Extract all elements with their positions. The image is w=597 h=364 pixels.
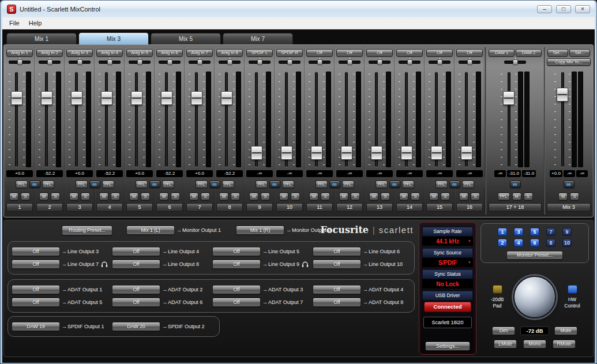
solo-button[interactable]: S	[321, 193, 330, 200]
pfl-button[interactable]: PFL	[435, 181, 448, 188]
route-source-button[interactable]: Off	[112, 247, 160, 256]
pan-control[interactable]	[219, 58, 241, 69]
pan-handle[interactable]	[17, 59, 22, 65]
solo-button[interactable]: S	[471, 193, 480, 200]
mute-button[interactable]: M	[189, 193, 198, 200]
lmute-button[interactable]: LMute	[494, 340, 517, 348]
pan-handle[interactable]	[227, 59, 232, 65]
fader-handle[interactable]	[431, 146, 442, 160]
pfl-button[interactable]: PFL	[376, 181, 388, 188]
mute-button[interactable]: M	[429, 193, 438, 200]
monitor-output-button[interactable]: 9	[562, 228, 572, 236]
mute-button[interactable]: Mute	[554, 327, 577, 335]
pan-control[interactable]	[249, 58, 271, 69]
pan-control[interactable]	[339, 58, 361, 69]
solo-button[interactable]: S	[51, 193, 60, 200]
device-name[interactable]: Scarlett 18i20	[423, 317, 472, 328]
route-source-button[interactable]: Off	[12, 285, 60, 294]
fader-handle[interactable]	[461, 146, 472, 160]
pfl-button[interactable]: PFL	[282, 181, 294, 188]
close-button[interactable]: ×	[575, 5, 590, 13]
status-value[interactable]: S/PDIF▼	[422, 258, 473, 267]
pfl-button[interactable]: PFL	[256, 181, 268, 188]
tab-mix-3[interactable]: Mix 3	[78, 32, 149, 44]
solo-button[interactable]: S	[141, 193, 150, 200]
stereo-link-button[interactable]: ∞	[209, 181, 220, 188]
fader-handle[interactable]	[71, 91, 82, 105]
stereo-link-button[interactable]: ∞	[269, 181, 280, 188]
fader-handle[interactable]	[401, 146, 412, 160]
routing-preset-button[interactable]: Routing Preset...	[62, 226, 112, 235]
pan-control[interactable]	[369, 58, 391, 69]
mute-button[interactable]: M	[219, 193, 228, 200]
stereo-link-button[interactable]: ∞	[329, 181, 340, 188]
fader-track[interactable]	[401, 71, 412, 168]
channel-source-button[interactable]: Anlg In 2	[36, 49, 63, 57]
fader-track[interactable]	[504, 71, 514, 168]
pan-control[interactable]	[69, 58, 91, 69]
fader-track[interactable]	[132, 71, 142, 168]
fader-track[interactable]	[42, 71, 52, 168]
fader-track[interactable]	[192, 71, 202, 168]
pan-control[interactable]	[39, 58, 61, 69]
channel-source-button[interactable]: Off	[426, 49, 453, 57]
pan-control[interactable]	[309, 58, 331, 69]
pfl-button[interactable]: PFL	[16, 181, 28, 188]
fader-handle[interactable]	[311, 146, 322, 160]
pan-handle[interactable]	[467, 59, 472, 65]
mute-button[interactable]: M	[129, 193, 138, 200]
fader-handle[interactable]	[371, 146, 382, 160]
route-source-button[interactable]: Off	[313, 260, 361, 269]
fader-track[interactable]	[371, 71, 382, 168]
fader-track[interactable]	[557, 71, 568, 168]
pan-handle[interactable]	[167, 59, 172, 65]
solo-button[interactable]: S	[351, 193, 360, 200]
pan-control[interactable]	[279, 58, 301, 69]
fader-track[interactable]	[281, 71, 292, 168]
route-source-button[interactable]: Off	[212, 247, 261, 256]
status-value[interactable]: 44.1 kHz▼	[422, 237, 473, 246]
solo-button[interactable]: S	[381, 193, 390, 200]
channel-source-button[interactable]: Anlg In 5	[126, 49, 153, 57]
route-source-button[interactable]: Off	[212, 260, 261, 269]
pfl-button[interactable]: PFL	[162, 181, 174, 188]
tab-mix-7[interactable]: Mix 7	[223, 33, 293, 44]
maximize-button[interactable]: □	[556, 5, 571, 13]
route-source-button[interactable]: Mix 1 (L)	[126, 226, 175, 235]
mute-button[interactable]: M	[249, 193, 258, 200]
monitor-output-button[interactable]: 4	[514, 239, 523, 247]
fader-handle[interactable]	[131, 91, 142, 105]
channel-source-button[interactable]: Anlg In 8	[216, 49, 243, 57]
stereo-link-button[interactable]: ∞	[29, 181, 40, 188]
pan-control[interactable]	[189, 58, 211, 69]
pan-handle[interactable]	[513, 59, 518, 65]
pan-handle[interactable]	[107, 59, 112, 65]
mute-button[interactable]: M	[39, 193, 48, 200]
fader-track[interactable]	[221, 71, 232, 168]
fader-track[interactable]	[102, 71, 112, 168]
route-source-button[interactable]: Off	[112, 298, 160, 307]
mute-button[interactable]: M	[159, 193, 168, 200]
monitor-volume-knob[interactable]	[513, 276, 556, 318]
pan-handle[interactable]	[257, 59, 262, 65]
fader-track[interactable]	[311, 71, 322, 168]
fader-handle[interactable]	[161, 91, 172, 105]
mute-button[interactable]: M	[279, 193, 288, 200]
fader-handle[interactable]	[281, 146, 292, 160]
stereo-link-button[interactable]: ∞	[449, 181, 460, 188]
fader-handle[interactable]	[191, 91, 202, 105]
channel-source-button[interactable]: DAW 1	[489, 49, 515, 57]
route-source-button[interactable]: Off	[212, 298, 261, 307]
mono-button[interactable]: Mono	[523, 340, 546, 348]
pfl-button[interactable]: PFL	[402, 181, 414, 188]
route-source-button[interactable]: Off	[12, 247, 60, 256]
tab-mix-5[interactable]: Mix 5	[151, 33, 221, 44]
fader-handle[interactable]	[41, 91, 52, 105]
route-source-button[interactable]: Off	[313, 298, 361, 307]
channel-source-button[interactable]: Anlg In 7	[186, 49, 213, 57]
solo-button[interactable]: S	[171, 193, 180, 200]
pan-control[interactable]	[504, 58, 526, 69]
fader-track[interactable]	[12, 71, 22, 168]
pfl-button[interactable]: PFL	[342, 181, 354, 188]
fader-handle[interactable]	[341, 146, 352, 160]
